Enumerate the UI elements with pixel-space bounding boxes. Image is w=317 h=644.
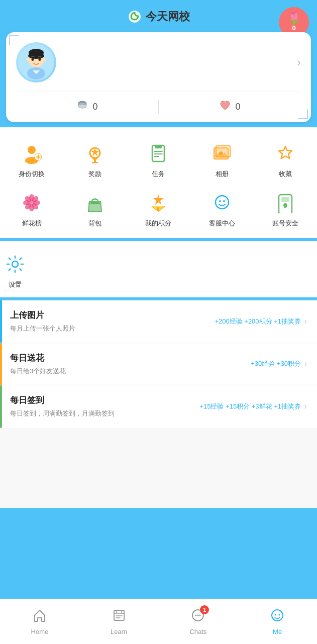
chats-badge-wrap: 1: [191, 608, 205, 626]
nav-item-me[interactable]: Me: [238, 604, 317, 639]
task-title-flower: 每日送花: [10, 352, 246, 364]
menu-item-flower[interactable]: 鲜花榜: [0, 185, 63, 234]
svg-rect-47: [281, 197, 289, 202]
task-reward-checkin: +15经验 +15积分 +3鲜花 +1抽奖券: [199, 402, 301, 411]
service-icon: [212, 192, 233, 213]
task-item-upload[interactable]: 上传图片 每月上传一张个人照片 +200经验 +200积分 +1抽奖券 ›: [0, 300, 317, 343]
task-reward-upload: +200经验 +200积分 +1抽奖券: [215, 317, 301, 326]
nav-item-home[interactable]: Home: [0, 604, 79, 639]
svg-point-45: [223, 200, 225, 202]
learn-icon: [112, 608, 126, 626]
menu-item-bag[interactable]: 背包: [63, 185, 127, 234]
reward-icon: [84, 143, 105, 164]
collect-icon: [275, 143, 296, 164]
app-title: 今天网校: [146, 9, 190, 24]
task-title-upload: 上传图片: [10, 309, 209, 321]
menu-label-identity: 身份切换: [19, 170, 45, 179]
menu-item-album[interactable]: 相册: [190, 135, 254, 185]
task-bar-flower: [0, 343, 2, 385]
settings-icon: [5, 254, 26, 275]
task-desc-upload: 每月上传一张个人照片: [10, 324, 209, 334]
menu-label-album: 相册: [216, 170, 229, 179]
menu-label-points: 我的积分: [145, 219, 171, 228]
me-icon: [270, 608, 284, 626]
menu-section: 身份切换 奖励: [0, 127, 317, 238]
task-item-flower[interactable]: 每日送花 每日给3个好友送花 +30经验 +30积分 ›: [0, 343, 317, 386]
task-list: 上传图片 每月上传一张个人照片 +200经验 +200积分 +1抽奖券 › 每日…: [0, 300, 317, 428]
svg-point-55: [195, 614, 197, 616]
coins-value: 0: [92, 102, 97, 112]
menu-grid-row2: 鲜花榜 背包 我的积分: [0, 185, 317, 234]
task-arrow-flower: ›: [304, 359, 307, 369]
svg-point-58: [272, 610, 283, 621]
menu-label-service: 客服中心: [209, 219, 235, 228]
svg-rect-49: [284, 205, 286, 208]
profile-card: › 0 0: [6, 32, 311, 122]
task-bar-upload: [0, 300, 2, 343]
task-title-checkin: 每日签到: [10, 394, 194, 406]
nav-item-learn[interactable]: Learn: [79, 604, 159, 639]
menu-label-bag: 背包: [88, 219, 101, 228]
home-icon: [33, 608, 47, 626]
identity-icon: [21, 143, 42, 164]
menu-item-service[interactable]: 客服中心: [190, 185, 254, 234]
menu-label-settings: 设置: [9, 280, 22, 289]
menu-item-task[interactable]: 任务: [127, 135, 190, 185]
svg-point-43: [216, 196, 229, 209]
svg-rect-51: [114, 610, 124, 620]
menu-label-reward: 奖励: [88, 170, 101, 179]
svg-point-7: [43, 57, 46, 61]
coins-icon: [76, 99, 88, 114]
svg-point-56: [197, 614, 199, 616]
svg-point-5: [28, 53, 44, 59]
avatar[interactable]: [16, 42, 56, 83]
task-reward-flower: +30经验 +30积分: [251, 359, 301, 368]
svg-point-57: [199, 614, 201, 616]
nav-label-me: Me: [273, 628, 282, 635]
content-spacer: [0, 428, 317, 508]
nav-label-learn: Learn: [111, 628, 127, 635]
svg-point-14: [78, 104, 86, 108]
menu-item-collect[interactable]: 收藏: [254, 135, 317, 185]
svg-point-50: [12, 261, 18, 267]
nav-label-chats: Chats: [189, 628, 206, 635]
hearts-icon: [219, 99, 231, 114]
menu-item-reward[interactable]: 奖励: [63, 135, 127, 185]
menu-item-points[interactable]: 我的积分: [127, 185, 190, 234]
profile-arrow-icon[interactable]: ›: [297, 55, 301, 69]
task-item-checkin[interactable]: 每日签到 每日签到，周满勤签到，月满勤签到 +15经验 +15积分 +3鲜花 +…: [0, 385, 317, 428]
bag-icon: [84, 192, 105, 213]
hearts-value: 0: [235, 102, 240, 112]
menu-item-security[interactable]: 账号安全: [254, 185, 317, 234]
task-bar-checkin: [0, 385, 2, 428]
task-content-upload: 上传图片 每月上传一张个人照片: [10, 309, 209, 334]
nav-item-chats[interactable]: 1 Chats: [159, 604, 238, 639]
svg-point-6: [27, 57, 30, 61]
task-desc-flower: 每日给3个好友送花: [10, 366, 246, 376]
chats-badge: 1: [200, 605, 209, 614]
task-content-checkin: 每日签到 每日签到，周满勤签到，月满勤签到: [10, 394, 194, 419]
svg-rect-25: [155, 145, 162, 148]
settings-row: 设置: [0, 241, 317, 297]
svg-point-15: [28, 146, 36, 154]
profile-stats: 0 0: [16, 92, 301, 114]
nav-label-home: Home: [31, 628, 49, 635]
svg-point-9: [39, 58, 41, 61]
notification-icon: 🌷: [287, 13, 301, 24]
security-icon: [275, 192, 296, 213]
task-content-flower: 每日送花 每日给3个好友送花: [10, 352, 246, 376]
task-icon: [148, 143, 169, 164]
bottom-nav: Home Learn 1: [0, 599, 317, 644]
svg-rect-22: [94, 159, 96, 162]
svg-point-60: [279, 614, 280, 615]
svg-point-44: [219, 200, 221, 202]
header: 今天网校 🌷 0: [0, 0, 317, 29]
menu-item-settings[interactable]: 设置: [0, 246, 30, 295]
menu-item-identity[interactable]: 身份切换: [0, 135, 63, 185]
album-icon: [212, 143, 233, 164]
task-arrow-upload: ›: [304, 316, 307, 327]
svg-point-8: [32, 58, 34, 61]
menu-grid-row1: 身份切换 奖励: [0, 135, 317, 185]
coins-stat: 0: [16, 99, 158, 114]
notification-count: 0: [292, 24, 295, 32]
